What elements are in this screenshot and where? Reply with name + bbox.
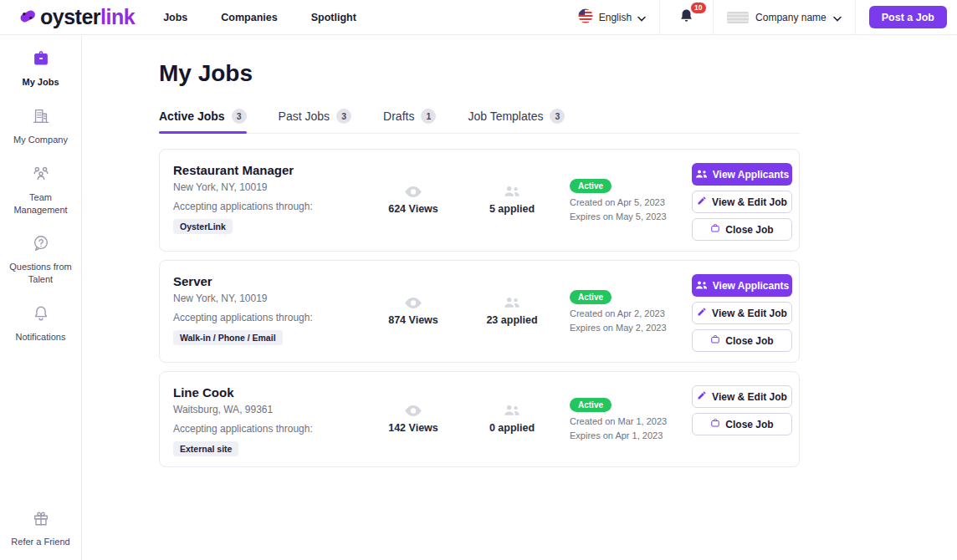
job-card-server: Server New York, NY, 10019 Accepting app…: [159, 260, 800, 363]
views-count: 624 Views: [388, 203, 438, 215]
sidebar-item-label: Notifications: [16, 331, 66, 344]
tab-job-templates[interactable]: Job Templates 3: [468, 109, 565, 133]
accepting-label: Accepting applications through:: [173, 312, 364, 323]
job-title: Server: [173, 274, 364, 288]
button-label: View Applicants: [713, 280, 789, 292]
close-job-button[interactable]: Close Job: [692, 218, 792, 241]
close-briefcase-icon: [710, 334, 720, 347]
tab-label: Job Templates: [468, 109, 543, 123]
sidebar: My Jobs My Company Team Management: [0, 36, 82, 560]
question-icon: [31, 234, 51, 256]
page-title: My Jobs: [159, 60, 800, 87]
job-location: New York, NY, 10019: [173, 181, 364, 193]
sidebar-item-my-company[interactable]: My Company: [3, 107, 79, 146]
sidebar-item-questions-from-talent[interactable]: Questions from Talent: [3, 234, 79, 286]
view-applicants-button[interactable]: View Applicants: [692, 274, 792, 297]
eye-icon: [405, 297, 422, 312]
briefcase-icon: [31, 49, 51, 71]
status-column: Active Created on Apr 5, 2023 Expires on…: [561, 160, 688, 241]
job-card-restaurant-manager: Restaurant Manager New York, NY, 10019 A…: [159, 149, 800, 252]
nav-jobs[interactable]: Jobs: [163, 12, 187, 23]
views-stat: 624 Views: [364, 160, 463, 241]
sidebar-item-label: Team Management: [3, 191, 79, 216]
application-channel-badge: OysterLink: [173, 219, 233, 234]
view-edit-job-button[interactable]: View & Edit Job: [692, 302, 792, 324]
tab-label: Past Jobs: [279, 109, 330, 123]
us-flag-icon: [578, 8, 593, 27]
application-channel-badge: External site: [173, 441, 238, 456]
tab-active-jobs[interactable]: Active Jobs 3: [159, 109, 247, 133]
oysterlink-logo[interactable]: oysterlink: [18, 7, 135, 28]
close-briefcase-icon: [710, 223, 720, 236]
tab-count-badge: 1: [421, 109, 436, 124]
applicants-icon: [504, 297, 520, 312]
view-edit-job-button[interactable]: View & Edit Job: [692, 385, 792, 408]
sidebar-item-team-management[interactable]: Team Management: [3, 165, 79, 216]
status-badge: Active: [570, 398, 612, 412]
header-divider: [659, 0, 660, 35]
company-menu[interactable]: Company name: [727, 10, 842, 25]
close-job-button[interactable]: Close Job: [692, 329, 792, 352]
tab-drafts[interactable]: Drafts 1: [383, 109, 436, 133]
status-column: Active Created on Apr 2, 2023 Expires on…: [561, 271, 688, 352]
accepting-label: Accepting applications through:: [173, 423, 364, 435]
button-label: View & Edit Job: [712, 391, 787, 403]
pencil-icon: [697, 390, 707, 403]
card-actions: View Applicants View & Edit Job Close Jo…: [692, 160, 792, 241]
tab-label: Drafts: [383, 109, 414, 123]
post-a-job-button[interactable]: Post a Job: [869, 6, 947, 28]
applicants-icon: [695, 169, 708, 181]
eye-icon: [405, 186, 422, 201]
button-label: Close Job: [725, 335, 773, 347]
view-applicants-button[interactable]: View Applicants: [692, 163, 792, 186]
view-edit-job-button[interactable]: View & Edit Job: [692, 191, 792, 213]
sidebar-item-label: My Company: [13, 134, 68, 146]
building-icon: [31, 107, 51, 129]
top-header: oysterlink Jobs Companies Spotlight: [0, 0, 957, 35]
views-stat: 874 Views: [364, 271, 463, 352]
expires-date: Expires on Apr 1, 2023: [570, 430, 688, 440]
chevron-down-icon: [833, 10, 842, 25]
applicants-icon: [504, 405, 520, 420]
tab-label: Active Jobs: [159, 109, 225, 123]
company-name-label: Company name: [755, 12, 826, 23]
job-cards-list: Restaurant Manager New York, NY, 10019 A…: [159, 149, 800, 467]
applied-count: 0 applied: [489, 422, 535, 434]
close-job-button[interactable]: Close Job: [692, 413, 792, 435]
oysterlink-logo-icon: [18, 7, 37, 28]
expires-date: Expires on May 5, 2023: [570, 211, 688, 221]
button-label: Close Job: [725, 419, 773, 430]
application-channel-badge: Walk-in / Phone / Email: [173, 330, 283, 345]
tab-count-badge: 3: [336, 109, 351, 124]
nav-companies[interactable]: Companies: [221, 12, 277, 23]
bell-icon: [678, 13, 694, 27]
accepting-label: Accepting applications through:: [173, 201, 364, 212]
team-icon: [31, 165, 51, 186]
card-actions: View & Edit Job Close Job: [692, 382, 792, 456]
job-location: Waitsburg, WA, 99361: [173, 404, 364, 415]
tab-past-jobs[interactable]: Past Jobs 3: [279, 109, 351, 133]
main-content: My Jobs Active Jobs 3 Past Jobs 3 Drafts…: [159, 35, 800, 476]
applicants-icon: [504, 186, 520, 201]
chevron-down-icon: [637, 10, 646, 25]
tab-count-badge: 3: [550, 109, 565, 124]
sidebar-item-label: Questions from Talent: [3, 261, 79, 286]
language-selector[interactable]: English: [578, 8, 646, 27]
job-title: Restaurant Manager: [173, 163, 364, 177]
language-label: English: [599, 12, 632, 23]
sidebar-item-my-jobs[interactable]: My Jobs: [3, 49, 79, 89]
button-label: View & Edit Job: [712, 196, 787, 208]
card-actions: View Applicants View & Edit Job Close Jo…: [692, 271, 792, 352]
nav-spotlight[interactable]: Spotlight: [311, 12, 356, 23]
sidebar-item-refer-a-friend[interactable]: Refer a Friend: [3, 509, 79, 548]
close-briefcase-icon: [710, 418, 720, 430]
expires-date: Expires on May 2, 2023: [570, 323, 688, 333]
status-column: Active Created on Mar 1, 2023 Expires on…: [561, 382, 688, 456]
applied-count: 5 applied: [489, 203, 535, 215]
sidebar-item-notifications[interactable]: Notifications: [3, 304, 79, 344]
sidebar-item-label: My Jobs: [22, 76, 59, 89]
views-count: 142 Views: [388, 422, 438, 434]
notifications-button[interactable]: 10: [673, 6, 699, 29]
button-label: View Applicants: [713, 169, 789, 181]
button-label: Close Job: [725, 224, 773, 236]
